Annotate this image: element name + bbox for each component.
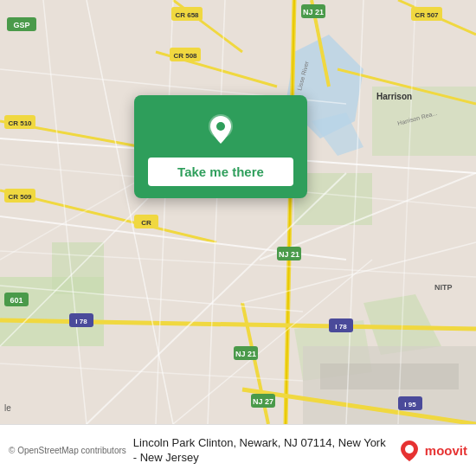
svg-text:Harrison: Harrison xyxy=(376,92,412,101)
svg-text:CR 658: CR 658 xyxy=(175,11,199,19)
svg-text:NJ 21: NJ 21 xyxy=(279,250,299,259)
osm-attribution: © OpenStreetMap contributors xyxy=(9,446,126,455)
svg-text:CR 509: CR 509 xyxy=(8,193,32,201)
bottom-bar: © OpenStreetMap contributors Lincoln Par… xyxy=(0,424,476,476)
svg-text:le: le xyxy=(4,403,11,413)
svg-text:NITP: NITP xyxy=(434,283,453,292)
svg-text:I 78: I 78 xyxy=(75,318,87,325)
svg-text:GSP: GSP xyxy=(13,21,29,29)
moovit-pin-icon xyxy=(397,439,421,463)
svg-point-80 xyxy=(405,445,414,453)
location-card: Take me there xyxy=(134,95,307,198)
svg-text:601: 601 xyxy=(10,296,23,305)
svg-text:NJ 27: NJ 27 xyxy=(253,397,273,406)
svg-text:CR 507: CR 507 xyxy=(415,11,439,19)
svg-text:CR: CR xyxy=(141,219,151,227)
svg-rect-10 xyxy=(320,363,459,389)
svg-text:NJ 21: NJ 21 xyxy=(235,350,256,358)
svg-text:CR 508: CR 508 xyxy=(173,52,197,60)
map-svg: GSP CR 658 NJ 21 CR 507 CR 510 CR 508 Li… xyxy=(0,0,476,424)
svg-text:NJ 21: NJ 21 xyxy=(303,8,324,16)
moovit-brand-name: moovit xyxy=(425,443,467,458)
take-me-there-button[interactable]: Take me there xyxy=(148,158,293,186)
svg-text:I 78: I 78 xyxy=(335,323,347,331)
location-text: Lincoln Park Clinton, Newark, NJ 07114, … xyxy=(133,436,390,466)
map-container: GSP CR 658 NJ 21 CR 507 CR 510 CR 508 Li… xyxy=(0,0,476,424)
svg-text:CR 510: CR 510 xyxy=(8,119,32,127)
map-pin-icon xyxy=(202,111,240,149)
svg-point-79 xyxy=(216,122,225,131)
moovit-logo: moovit xyxy=(397,439,467,463)
svg-text:I 95: I 95 xyxy=(404,401,416,408)
